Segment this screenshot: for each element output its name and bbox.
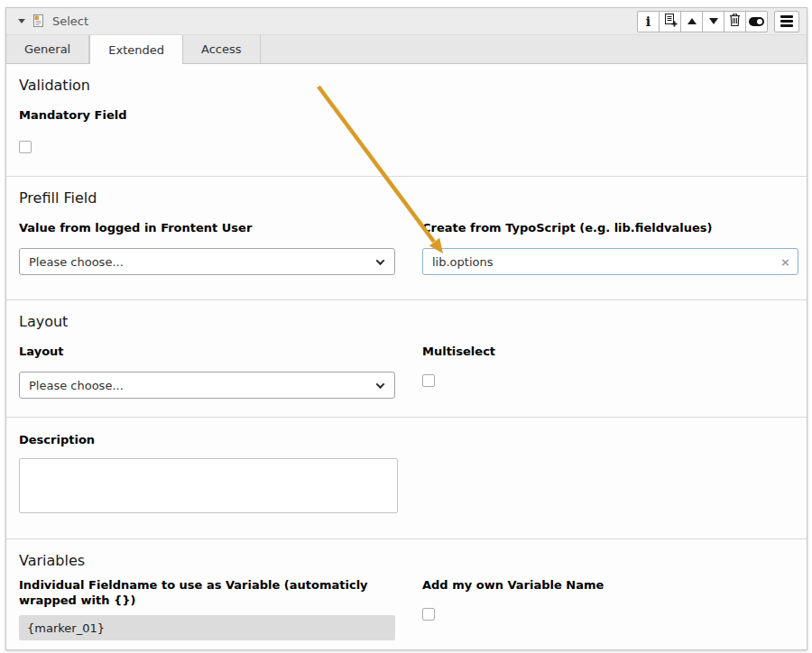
menu-button[interactable]: [774, 11, 799, 32]
fieldname-readonly-value: {marker_01}: [19, 615, 395, 640]
feuser-select[interactable]: Please choose...: [19, 248, 395, 275]
move-down-button[interactable]: [702, 11, 724, 32]
delete-button[interactable]: [724, 11, 746, 32]
prefill-typoscript-column: Create from TypoScript (e.g. lib.fieldva…: [422, 220, 798, 275]
new-record-icon: [663, 13, 678, 30]
section-layout: Layout Layout Please choose... Multisele…: [6, 300, 807, 418]
new-record-button[interactable]: [659, 11, 681, 32]
typoscript-label: Create from TypoScript (e.g. lib.fieldva…: [422, 220, 798, 235]
multiselect-checkbox[interactable]: [422, 374, 435, 387]
layout-heading: Layout: [19, 313, 794, 331]
move-up-button[interactable]: [680, 11, 703, 32]
layout-label: Layout: [19, 344, 395, 359]
own-variable-column: Add my own Variable Name: [422, 577, 798, 640]
chevron-down-icon: [376, 256, 385, 265]
prefill-heading: Prefill Field: [19, 189, 794, 207]
multiselect-label: Multiselect: [422, 344, 798, 359]
form-element-panel: Select i: [5, 7, 807, 650]
tab-general[interactable]: General: [6, 35, 89, 63]
trash-icon: [728, 13, 742, 30]
feuser-select-value: Please choose...: [29, 255, 124, 269]
element-title: Select: [52, 14, 88, 28]
collapse-caret-icon[interactable]: [18, 19, 25, 23]
tab-bar: General Extended Access: [6, 35, 807, 64]
section-variables: Variables Individual Fieldname to use as…: [6, 539, 807, 650]
layout-select[interactable]: Please choose...: [19, 372, 395, 399]
description-textarea[interactable]: [19, 458, 398, 513]
variables-heading: Variables: [19, 552, 794, 570]
multiselect-column: Multiselect: [422, 344, 798, 399]
element-toolbar: i: [637, 11, 799, 32]
tab-access[interactable]: Access: [183, 35, 261, 63]
tab-extended[interactable]: Extended: [89, 35, 183, 64]
fieldname-label: Individual Fieldname to use as Variable …: [19, 577, 378, 608]
arrow-down-icon: [709, 18, 718, 24]
clear-input-icon[interactable]: ×: [780, 256, 790, 268]
layout-select-column: Layout Please choose...: [19, 344, 395, 399]
section-validation: Validation Mandatory Field: [6, 64, 807, 177]
arrow-up-icon: [687, 18, 697, 24]
info-button[interactable]: i: [637, 11, 660, 32]
prefill-feuser-column: Value from logged in Frontent User Pleas…: [19, 220, 395, 275]
section-prefill: Prefill Field Value from logged in Front…: [6, 177, 807, 300]
typoscript-input[interactable]: [422, 248, 798, 275]
chevron-down-icon: [376, 380, 385, 389]
mandatory-field-checkbox[interactable]: [19, 141, 32, 153]
info-icon: i: [646, 15, 651, 28]
own-variable-checkbox[interactable]: [422, 608, 435, 621]
mandatory-field-label: Mandatory Field: [19, 107, 794, 123]
section-description: Description: [6, 418, 807, 539]
description-label: Description: [19, 432, 794, 447]
validation-heading: Validation: [19, 77, 794, 95]
feuser-label: Value from logged in Frontent User: [19, 220, 395, 235]
element-header: Select i: [6, 8, 807, 35]
toggle-visibility-icon: [749, 17, 764, 26]
layout-select-value: Please choose...: [29, 379, 124, 392]
content-element-icon: [32, 14, 45, 29]
toggle-visibility-button[interactable]: [745, 11, 768, 32]
own-variable-label: Add my own Variable Name: [422, 577, 798, 593]
hamburger-menu-icon: [780, 15, 793, 27]
fieldname-column: Individual Fieldname to use as Variable …: [19, 577, 395, 640]
